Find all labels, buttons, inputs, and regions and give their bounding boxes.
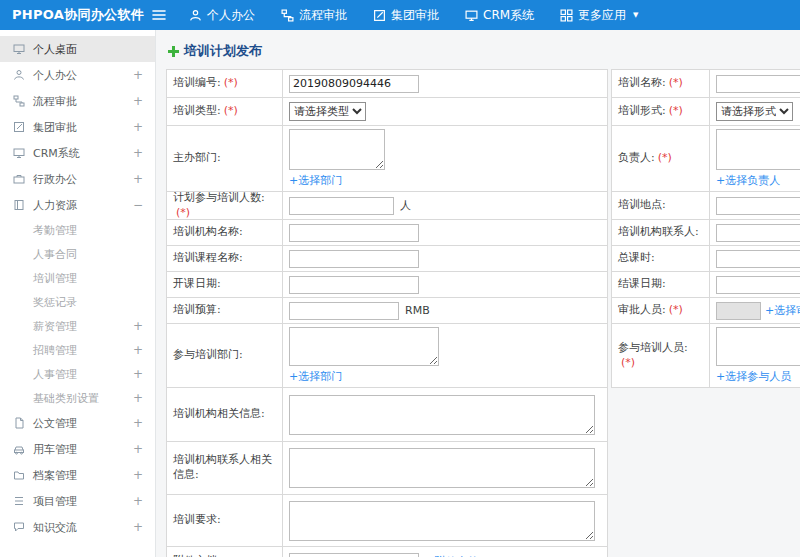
field-cell [710,70,800,98]
field-label: 负责人:(*) [612,126,710,192]
form-row: 培训机构联系人相关信息: [167,442,608,495]
form-row: 培训地点: [612,192,800,220]
form-row: 培训课程名称: [167,246,608,272]
field-label: 培训机构名称: [167,220,283,246]
org-name-input[interactable] [289,224,419,242]
nav-process-approval[interactable]: 流程审批 [268,0,360,30]
sidebar-item-crm-system[interactable]: CRM系统 + [0,140,155,166]
training-type-select[interactable]: 请选择类型 [289,102,366,121]
flow-icon [281,9,294,22]
sidebar-item-personnel-mgmt[interactable]: 人事管理 + [0,362,155,386]
select-dept-link[interactable]: +选择部门 [289,173,342,188]
field-cell [710,246,800,272]
menu-toggle-button[interactable] [146,0,172,30]
page-title-text: 培训计划发布 [184,42,262,60]
form-row: 培训编号:(*) [167,70,608,98]
org-contact-info-textarea[interactable] [289,448,595,488]
field-cell: 人 [283,192,608,220]
nav-more-apps[interactable]: 更多应用 ▼ [547,0,651,30]
training-name-input[interactable] [716,75,800,93]
host-dept-textarea[interactable] [289,129,385,170]
apps-icon [560,9,573,22]
desktop-icon [12,43,25,56]
form-row: 培训类型:(*) 请选择类型 [167,98,608,126]
field-label: 主办部门: [167,126,283,192]
sidebar-item-group-approval[interactable]: 集团审批 + [0,114,155,140]
form-row: 培训预算: RMB [167,298,608,324]
form-row: 参与培训部门: +选择部门 [167,324,608,388]
sidebar-item-project-mgmt[interactable]: 项目管理 + [0,488,155,514]
person-icon [12,69,25,82]
form-row: 培训机构联系人: [612,220,800,246]
form-row: 计划参与培训人数:(*) 人 [167,192,608,220]
sidebar-item-process-approval[interactable]: 流程审批 + [0,88,155,114]
form-row: 主办部门: +选择部门 [167,126,608,192]
select-join-staff-link[interactable]: +选择参与人员 [716,369,791,384]
field-cell: +选择负责人 [710,126,800,192]
end-date-input[interactable] [716,276,800,294]
select-leader-link[interactable]: +选择负责人 [716,173,780,188]
org-info-textarea[interactable] [289,395,595,435]
field-label: 培训编号:(*) [167,70,283,98]
field-cell [283,272,608,298]
nav-personal-office[interactable]: 个人办公 [176,0,268,30]
sidebar-item-document-mgmt[interactable]: 公文管理 + [0,410,155,436]
field-cell [710,272,800,298]
leader-textarea[interactable] [716,129,800,170]
field-label: 参与培训人员:(*) [612,324,710,388]
budget-input[interactable] [289,302,399,320]
field-label: 附件文档: [167,547,283,557]
total-hours-input[interactable] [716,250,800,268]
unit-suffix: 人 [400,198,411,213]
field-label: 培训机构相关信息: [167,388,283,442]
org-contact-input[interactable] [716,224,800,242]
field-label: 开课日期: [167,272,283,298]
chevron-down-icon: ▼ [633,11,638,19]
select-join-dept-link[interactable]: +选择部门 [289,369,342,384]
sidebar-item-personal-desktop[interactable]: 个人桌面 [0,36,155,62]
field-label: 培训课程名称: [167,246,283,272]
training-mode-select[interactable]: 请选择形式 [716,102,793,121]
monitor-icon [465,9,478,22]
sidebar-item-personal-office[interactable]: 个人办公 + [0,62,155,88]
training-requirement-textarea[interactable] [289,501,595,541]
sidebar-item-base-category-settings[interactable]: 基础类别设置 + [0,386,155,410]
field-label: 培训机构联系人: [612,220,710,246]
course-name-input[interactable] [289,250,419,268]
planned-participants-input[interactable] [289,197,394,215]
join-dept-textarea[interactable] [289,327,439,366]
sidebar-item-vehicle-mgmt[interactable]: 用车管理 + [0,436,155,462]
sidebar-item-human-resources[interactable]: 人力资源 − [0,192,155,218]
nav-crm-system[interactable]: CRM系统 [452,0,547,30]
field-cell [710,220,800,246]
start-date-input[interactable] [289,276,419,294]
approver-input[interactable] [716,302,761,320]
form-row: 审批人员:(*) +选择审批人员 [612,298,800,324]
field-cell [283,495,608,547]
form-row: 培训机构相关信息: [167,388,608,442]
training-number-input[interactable] [289,75,419,93]
field-cell [283,70,608,98]
training-place-input[interactable] [716,197,800,215]
sidebar-item-admin-office[interactable]: 行政办公 + [0,166,155,192]
field-cell: 请选择类型 [283,98,608,126]
chat-icon [12,521,25,534]
field-label: 培训机构联系人相关信息: [167,442,283,495]
attachment-input[interactable] [289,553,419,557]
sidebar-item-recruitment-mgmt[interactable]: 招聘管理 + [0,338,155,362]
sidebar-item-archive-mgmt[interactable]: 档案管理 + [0,462,155,488]
sidebar-item-attendance-mgmt[interactable]: 考勤管理 [0,218,155,242]
sidebar-item-knowledge-exchange[interactable]: 知识交流 + [0,514,155,540]
sidebar-item-training-mgmt[interactable]: 培训管理 [0,266,155,290]
form-row: 开课日期: [167,272,608,298]
person-icon [189,9,202,22]
field-cell [283,220,608,246]
join-staff-textarea[interactable] [716,327,800,366]
select-approver-link[interactable]: +选择审批人员 [765,303,800,318]
nav-group-approval[interactable]: 集团审批 [360,0,452,30]
sidebar-item-reward-punishment[interactable]: 奖惩记录 [0,290,155,314]
field-label: 审批人员:(*) [612,298,710,324]
sidebar-item-salary-mgmt[interactable]: 薪资管理 + [0,314,155,338]
sidebar-item-personnel-contract[interactable]: 人事合同 [0,242,155,266]
hamburger-icon [152,9,166,21]
